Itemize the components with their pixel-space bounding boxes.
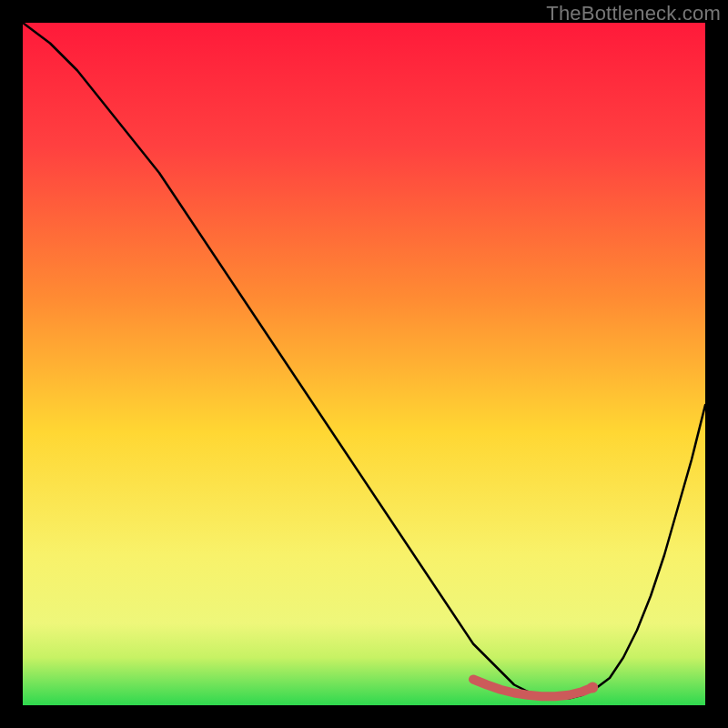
watermark-text: TheBottleneck.com: [546, 2, 721, 25]
chart-frame: TheBottleneck.com: [0, 0, 728, 728]
gradient-background: [23, 23, 705, 705]
sweet-spot-end-dot: [587, 682, 598, 693]
bottleneck-chart: [23, 23, 705, 705]
